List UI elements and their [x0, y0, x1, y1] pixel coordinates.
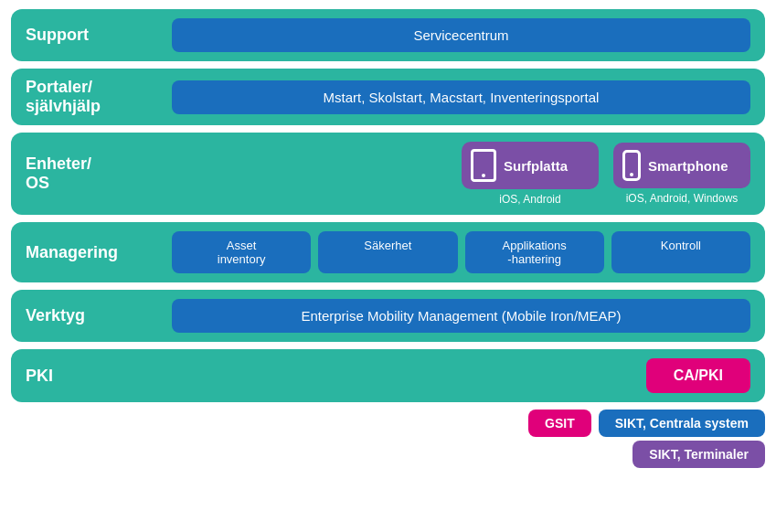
asset-inventory-pill: Asset inventory — [172, 231, 311, 273]
support-content: Servicecentrum — [172, 18, 750, 52]
smartphone-card: Smartphone — [613, 143, 750, 188]
legend-row-2: SIKT, Terminaler — [11, 441, 765, 468]
support-label: Support — [26, 26, 172, 45]
managering-label: Managering — [26, 243, 172, 262]
sikt-terminaler-legend: SIKT, Terminaler — [632, 441, 765, 468]
enheter-content: Surfplatta iOS, Android Smartphone iOS, … — [172, 142, 750, 206]
surfplatta-card: Surfplatta — [462, 142, 599, 189]
pki-label: PKI — [26, 367, 172, 386]
verktyg-label: Verktyg — [26, 306, 172, 325]
portaler-content: Mstart, Skolstart, Macstart, Inventering… — [172, 80, 750, 114]
kontroll-pill: Kontroll — [611, 231, 750, 273]
smartphone-label: Smartphone — [648, 158, 728, 174]
surfplatta-sub: iOS, Android — [499, 193, 560, 206]
smartphone-sub: iOS, Android, Windows — [626, 192, 739, 205]
surfplatta-label: Surfplatta — [504, 158, 568, 174]
servicecentrum-pill: Servicecentrum — [172, 18, 750, 52]
pki-row: PKI CA/PKI — [11, 349, 765, 402]
gsit-legend: GSIT — [528, 410, 591, 437]
verktyg-row: Verktyg Enterprise Mobility Management (… — [11, 290, 765, 342]
managering-row: Managering Asset inventory Säkerhet Appl… — [11, 222, 765, 282]
tablet-icon — [471, 149, 496, 182]
portaler-pill: Mstart, Skolstart, Macstart, Inventering… — [172, 80, 750, 114]
phone-icon — [622, 150, 641, 181]
ca-pki-pill: CA/PKI — [646, 358, 750, 393]
verktyg-content: Enterprise Mobility Management (Mobile I… — [172, 299, 750, 333]
enheter-row: Enheter/ OS Surfplatta iOS, Android Smar… — [11, 133, 765, 215]
smartphone-col: Smartphone iOS, Android, Windows — [613, 143, 750, 205]
emm-pill: Enterprise Mobility Management (Mobile I… — [172, 299, 750, 333]
applikations-pill: Applikations -hantering — [465, 231, 604, 273]
sakerhet-pill: Säkerhet — [318, 231, 457, 273]
portaler-label: Portaler/ självhjälp — [26, 78, 172, 116]
support-row: Support Servicecentrum — [11, 9, 765, 61]
managering-pills: Asset inventory Säkerhet Applikations -h… — [172, 231, 750, 273]
sikt-central-legend: SIKT, Centrala system — [599, 410, 765, 437]
legend-row: GSIT SIKT, Centrala system — [11, 410, 765, 437]
portaler-row: Portaler/ självhjälp Mstart, Skolstart, … — [11, 69, 765, 125]
pki-content: CA/PKI — [172, 358, 750, 393]
managering-content: Asset inventory Säkerhet Applikations -h… — [172, 231, 750, 273]
enheter-label: Enheter/ OS — [26, 154, 172, 193]
surfplatta-col: Surfplatta iOS, Android — [462, 142, 599, 206]
